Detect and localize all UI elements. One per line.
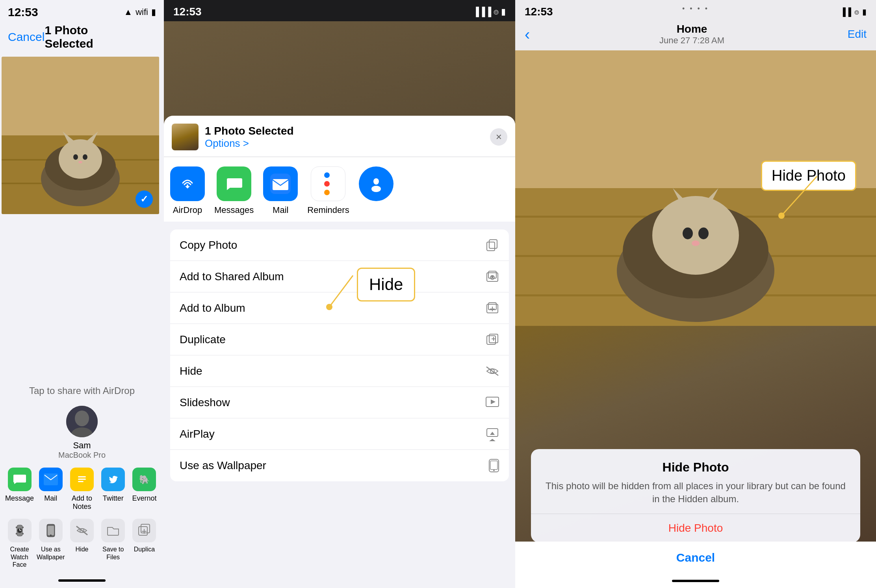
airplay-icon	[485, 427, 499, 441]
mail-share[interactable]: Mail	[263, 166, 298, 215]
svg-rect-48	[489, 240, 497, 248]
svg-line-86	[781, 176, 817, 216]
duplicate-icon	[132, 519, 156, 542]
slideshow-icon	[485, 396, 499, 410]
action-hide[interactable]: Hide	[66, 519, 97, 568]
share-mail[interactable]: Mail	[35, 468, 66, 511]
time-left: 12:53	[8, 6, 38, 19]
svg-point-46	[371, 186, 381, 192]
rem-line-3	[324, 190, 332, 195]
rem-line-2	[324, 181, 332, 187]
notes-icon	[70, 468, 94, 491]
svg-text:🐘: 🐘	[139, 474, 150, 485]
alert-cancel-button[interactable]: Cancel	[515, 542, 876, 574]
hide-sheet-icon	[485, 366, 499, 377]
signal-bars-icon: ▐▐▐	[473, 7, 491, 17]
svg-rect-19	[78, 481, 84, 482]
alert-overlay: Hide Photo This photo will be hidden fro…	[531, 449, 860, 542]
svg-point-87	[778, 213, 785, 219]
photo-thumbnail[interactable]	[2, 57, 159, 214]
sheet-options-link[interactable]: Options >	[205, 137, 484, 150]
messages-icon	[217, 166, 251, 201]
wifi-icon-mid: ⌾	[494, 7, 499, 17]
rem-dot-blue	[324, 172, 330, 178]
share-sheet: 1 Photo Selected Options > ✕	[164, 116, 515, 588]
svg-point-40	[177, 174, 198, 194]
svg-point-11	[78, 161, 82, 163]
evernote-icon: 🐘	[132, 468, 156, 491]
action-wallpaper-sheet[interactable]: Use as Wallpaper	[170, 450, 509, 481]
messages-share[interactable]: Messages	[214, 166, 254, 215]
action-wallpaper[interactable]: Use as Wallpaper	[35, 519, 66, 568]
action-airplay[interactable]: AirPlay	[170, 418, 509, 450]
svg-line-62	[486, 367, 498, 375]
reminders-share[interactable]: Reminders	[307, 166, 349, 215]
svg-point-9	[73, 154, 78, 160]
signal-icon: ▲	[124, 7, 132, 17]
mail-icon	[39, 468, 63, 491]
svg-rect-43	[273, 179, 288, 190]
svg-rect-27	[22, 533, 24, 534]
svg-point-6	[59, 139, 102, 179]
messages-label: Messages	[214, 205, 254, 215]
airdrop-hint-text: Tap to share with AirDrop	[0, 379, 164, 406]
share-apps-row: Message Mail Add to Notes Twitter 🐘	[0, 468, 164, 519]
action-slideshow[interactable]: Slideshow	[170, 387, 509, 418]
svg-rect-25	[22, 527, 24, 528]
avatar-subtitle: MacBook Pro	[58, 451, 106, 460]
mail-icon-sheet	[263, 166, 298, 201]
nav-title-block: Home June 27 7:28 AM	[536, 23, 847, 46]
evernote-label: Evernot	[132, 494, 156, 503]
home-indicator-left	[0, 576, 164, 588]
action-watch-face[interactable]: Create Watch Face	[4, 519, 35, 568]
message-icon	[8, 468, 32, 491]
share-message[interactable]: Message	[4, 468, 35, 511]
watch-face-label: Create Watch Face	[4, 545, 35, 568]
sheet-close-button[interactable]: ✕	[490, 128, 507, 146]
avatar	[66, 406, 98, 437]
svg-point-70	[493, 470, 495, 471]
reminders-icon	[311, 166, 345, 201]
hide-photo-arrow	[718, 129, 876, 247]
panel-left: 12:53 ▲ wifi ▮ Cancel 1 Photo Selected	[0, 0, 164, 588]
action-save-files[interactable]: Save to Files	[98, 519, 129, 568]
cancel-button[interactable]: Cancel	[8, 30, 45, 44]
status-bar-middle: 12:53 ▐▐▐ ⌾ ▮	[164, 0, 515, 21]
svg-point-13	[75, 410, 89, 426]
message-label: Message	[5, 494, 34, 503]
more-share[interactable]	[359, 166, 393, 215]
airplay-label: AirPlay	[180, 428, 485, 440]
svg-marker-64	[491, 399, 496, 404]
action-duplicate[interactable]: Duplica	[129, 519, 160, 568]
sheet-thumbnail	[172, 124, 199, 150]
nav-subtitle-text: June 27 7:28 AM	[536, 35, 847, 46]
mail-label-sheet: Mail	[273, 205, 288, 215]
action-hide-sheet[interactable]: Hide	[170, 355, 509, 387]
svg-line-71	[329, 276, 353, 307]
svg-marker-66	[489, 439, 496, 441]
status-dots-right: • • • •	[682, 5, 709, 13]
photo-grid	[0, 55, 164, 379]
nav-title-text: Home	[536, 23, 847, 35]
svg-point-33	[50, 534, 52, 536]
watch-face-icon	[8, 519, 32, 542]
share-apps-row-sheet: AirDrop Messages	[164, 157, 515, 225]
svg-rect-17	[78, 476, 86, 477]
avatar-row: Sam MacBook Pro	[0, 406, 164, 468]
svg-point-84	[698, 227, 709, 239]
duplicate-label-sheet: Duplicate	[180, 333, 485, 346]
share-evernote[interactable]: 🐘 Evernot	[129, 468, 160, 511]
signal-icon-right: ▐▐	[840, 7, 851, 17]
sheet-header-text: 1 Photo Selected Options >	[205, 125, 484, 150]
nav-back-button[interactable]: ‹	[525, 26, 530, 43]
twitter-icon	[101, 468, 125, 491]
share-twitter[interactable]: Twitter	[98, 468, 129, 511]
airdrop-share[interactable]: AirDrop	[170, 166, 205, 215]
add-album-icon	[485, 301, 499, 315]
nav-edit-button[interactable]: Edit	[848, 28, 867, 41]
svg-rect-47	[487, 242, 495, 251]
duplicate-sheet-icon	[485, 333, 499, 347]
mail-label: Mail	[44, 494, 57, 503]
share-notes[interactable]: Add to Notes	[66, 468, 97, 511]
rem-dot-orange	[324, 190, 330, 195]
